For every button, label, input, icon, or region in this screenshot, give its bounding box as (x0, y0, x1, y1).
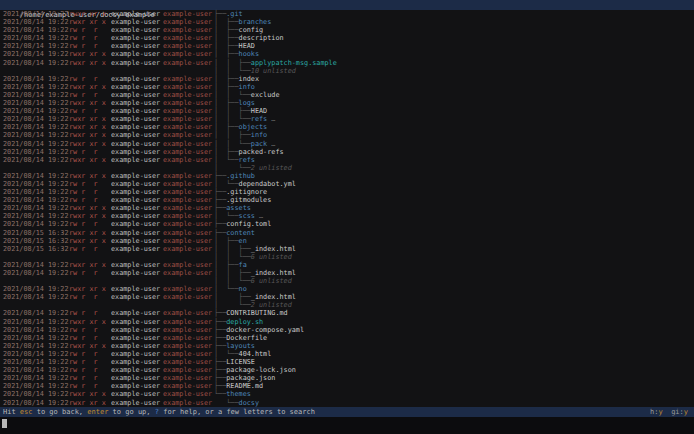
tree-branch-prefix: └── (214, 399, 239, 407)
tree-branch-prefix: │ │ ├── (214, 59, 251, 67)
entry-name: HEAD (239, 42, 255, 50)
search-input[interactable] (0, 417, 694, 434)
tree-row[interactable]: 2021/08/14 19:22rwxr xr xexample-userexa… (0, 115, 694, 123)
tree-row[interactable]: 2021/08/15 16:32rwxr xr xexample-userexa… (0, 229, 694, 237)
tree-row[interactable]: 2021/08/14 19:22rw r rexample-userexampl… (0, 326, 694, 334)
tree-row[interactable]: │ │ └──6 unlisted (0, 253, 694, 261)
current-path-bar[interactable]: /home/example-user/docsy-example (0, 0, 694, 10)
file-permissions: rw r r (69, 245, 111, 253)
file-date: 2021/08/14 19:22 (0, 34, 69, 42)
file-date: 2021/08/14 19:22 (0, 172, 69, 180)
tree-row[interactable]: 2021/08/14 19:22rwxr xr xexample-userexa… (0, 204, 694, 212)
file-group: example-user (163, 350, 214, 358)
tree-row[interactable]: 2021/08/14 19:22rwxr xr xexample-userexa… (0, 10, 694, 18)
tree-row[interactable]: 2021/08/14 19:22rwxr xr xexample-userexa… (0, 18, 694, 26)
tree-branch-prefix: │ │ ├── (214, 269, 251, 277)
tree-row[interactable]: 2021/08/14 19:22rwxr xr xexample-userexa… (0, 342, 694, 350)
tree-row[interactable]: 2021/08/14 19:22rw r rexample-userexampl… (0, 358, 694, 366)
tree-row[interactable]: 2021/08/14 19:22rw r rexample-userexampl… (0, 374, 694, 382)
tree-branch-prefix: │ │ ├── (214, 107, 251, 115)
tree-row[interactable]: 2021/08/14 19:22rwxr xr xexample-userexa… (0, 99, 694, 107)
file-date: 2021/08/14 19:22 (0, 269, 69, 277)
tree-row[interactable]: │ └──2 unlisted (0, 164, 694, 172)
tree-branch-prefix: │ └── (214, 180, 239, 188)
tree-branch-prefix: ├── (214, 229, 226, 237)
tree-row[interactable]: 2021/08/14 19:22rwxr xr xexample-userexa… (0, 399, 694, 407)
tree-row[interactable]: 2021/08/14 19:22rw r rexample-userexampl… (0, 91, 694, 99)
file-date: 2021/08/14 19:22 (0, 358, 69, 366)
file-group: example-user (163, 285, 214, 293)
tree-row[interactable]: 2021/08/14 19:22rwxr xr xexample-userexa… (0, 50, 694, 58)
tree-row[interactable]: 2021/08/14 19:22rwxr xr xexample-userexa… (0, 59, 694, 67)
entry-name: package.json (226, 374, 275, 382)
file-owner: example-user (111, 140, 163, 148)
tree-row[interactable]: 2021/08/14 19:22rw r rexample-userexampl… (0, 148, 694, 156)
tree-row[interactable]: 2021/08/14 19:22rwxr xr xexample-userexa… (0, 390, 694, 398)
file-owner: example-user (111, 131, 163, 139)
tree-row[interactable]: 2021/08/14 19:22rw r rexample-userexampl… (0, 180, 694, 188)
entry-name: 6 unlisted (251, 253, 292, 261)
tree-row[interactable]: 2021/08/14 19:22rw r rexample-userexampl… (0, 34, 694, 42)
tree-row[interactable]: 2021/08/14 19:22rwxr xr xexample-userexa… (0, 172, 694, 180)
file-permissions: rwxr xr x (69, 261, 111, 269)
file-group: example-user (163, 204, 214, 212)
tree-row[interactable]: 2021/08/14 19:22rw r rexample-userexampl… (0, 382, 694, 390)
hint-key-enter: enter (87, 408, 108, 416)
file-date: 2021/08/15 16:32 (0, 245, 69, 253)
entry-name: README.md (226, 382, 263, 390)
entry-name: 10 unlisted (251, 67, 296, 75)
file-date: 2021/08/14 19:22 (0, 318, 69, 326)
tree-row[interactable]: 2021/08/14 19:22rwxr xr xexample-userexa… (0, 261, 694, 269)
tree-row[interactable]: 2021/08/14 19:22rwxr xr xexample-userexa… (0, 131, 694, 139)
file-date: 2021/08/14 19:22 (0, 309, 69, 317)
file-owner: example-user (111, 350, 163, 358)
tree-row[interactable]: 2021/08/14 19:22rw r rexample-userexampl… (0, 75, 694, 83)
tree-row[interactable]: 2021/08/14 19:22rw r rexample-userexampl… (0, 196, 694, 204)
file-permissions: rwxr xr x (69, 342, 111, 350)
tree-row[interactable]: 2021/08/14 19:22rw r rexample-userexampl… (0, 334, 694, 342)
entry-name: themes (226, 390, 251, 398)
tree-row[interactable]: 2021/08/14 19:22rw r rexample-userexampl… (0, 42, 694, 50)
tree-row[interactable]: 2021/08/14 19:22rwxr xr xexample-userexa… (0, 156, 694, 164)
entry-name: deploy.sh (226, 318, 263, 326)
entry-name: .github (226, 172, 255, 180)
tree-branch-prefix: │ ├── (214, 50, 239, 58)
entry-name: _index.html (251, 293, 296, 301)
tree-branch-prefix: │ │ ├── (214, 131, 251, 139)
tree-row[interactable]: 2021/08/14 19:22rwxr xr xexample-userexa… (0, 212, 694, 220)
tree-row[interactable]: 2021/08/14 19:22rw r rexample-userexampl… (0, 269, 694, 277)
tree-row[interactable]: 2021/08/14 19:22rw r rexample-userexampl… (0, 188, 694, 196)
tree-row[interactable]: │ │ └──10 unlisted (0, 67, 694, 75)
tree-row[interactable]: 2021/08/14 19:22rwxr xr xexample-userexa… (0, 83, 694, 91)
file-group: example-user (163, 99, 214, 107)
tree-branch-prefix: │ │ ├── (214, 245, 251, 253)
tree-row[interactable]: 2021/08/14 19:22rw r rexample-userexampl… (0, 309, 694, 317)
file-date: 2021/08/14 19:22 (0, 59, 69, 67)
entry-name: refs (239, 156, 255, 164)
tree-row[interactable]: 2021/08/14 19:22rwxr xr xexample-userexa… (0, 318, 694, 326)
tree-row[interactable]: 2021/08/14 19:22rwxr xr xexample-userexa… (0, 285, 694, 293)
tree-row[interactable]: 2021/08/14 19:22rwxr xr xexample-userexa… (0, 123, 694, 131)
hint-segment: for help, or a few letters to search (159, 408, 315, 416)
file-group: example-user (163, 245, 214, 253)
tree-row[interactable]: │ └──2 unlisted (0, 301, 694, 309)
file-permissions: rwxr xr x (69, 399, 111, 407)
file-owner: example-user (111, 285, 163, 293)
tree-row[interactable]: 2021/08/14 19:22rw r rexample-userexampl… (0, 366, 694, 374)
tree-row[interactable]: 2021/08/14 19:22rw r rexample-userexampl… (0, 107, 694, 115)
file-permissions: rwxr xr x (69, 212, 111, 220)
tree-row[interactable]: 2021/08/14 19:22rwxr xr xexample-userexa… (0, 140, 694, 148)
file-permissions: rwxr xr x (69, 131, 111, 139)
tree-row[interactable]: 2021/08/15 16:32rwxr xr xexample-userexa… (0, 237, 694, 245)
tree-row[interactable]: 2021/08/14 19:22rw r rexample-userexampl… (0, 220, 694, 228)
file-permissions: rw r r (69, 188, 111, 196)
file-group: example-user (163, 50, 214, 58)
tree-row[interactable]: 2021/08/15 16:32rw r rexample-userexampl… (0, 245, 694, 253)
tree-branch-prefix: └── (214, 390, 226, 398)
tree-row[interactable]: 2021/08/14 19:22rw r rexample-userexampl… (0, 26, 694, 34)
file-owner: example-user (111, 91, 163, 99)
tree-row[interactable]: 2021/08/14 19:22rw r rexample-userexampl… (0, 350, 694, 358)
file-date: 2021/08/14 19:22 (0, 326, 69, 334)
tree-row[interactable]: 2021/08/14 19:22rw r rexample-userexampl… (0, 293, 694, 301)
tree-row[interactable]: │ │ └──6 unlisted (0, 277, 694, 285)
